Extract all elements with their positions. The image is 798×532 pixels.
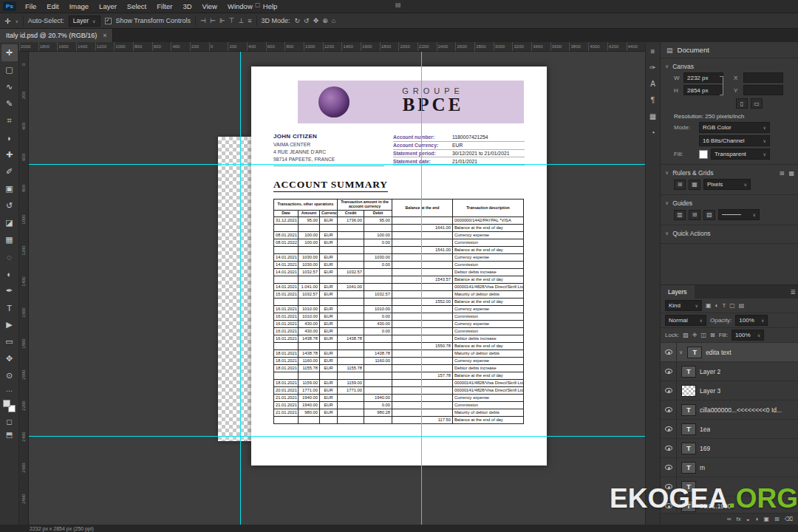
screen-mode-icon[interactable]: ⬒ — [6, 431, 13, 439]
filter-pixel-layers-icon[interactable]: ▣ — [706, 302, 712, 309]
new-layer-icon[interactable]: ⊞ — [774, 516, 780, 522]
3d-pan-icon[interactable]: ✥ — [313, 17, 319, 24]
edit-toolbar-icon[interactable]: ⋯ — [6, 387, 13, 395]
menu-filter[interactable]: Filter — [151, 0, 177, 13]
visibility-toggle[interactable] — [661, 400, 677, 419]
move-tool[interactable]: ✛ — [1, 44, 18, 61]
bit-depth-select[interactable]: 16 Bits/Channel ∨ — [699, 135, 770, 146]
pen-tool[interactable]: ✒ — [1, 282, 18, 299]
tool-preset-caret-icon[interactable]: ∨ — [15, 18, 18, 24]
portrait-orientation-button[interactable]: ▯ — [736, 98, 748, 109]
type-tool[interactable]: T — [1, 299, 18, 316]
visibility-toggle[interactable] — [661, 362, 677, 381]
align-middle-icon[interactable]: ⊥ — [238, 17, 244, 24]
gradient-tool[interactable]: ▦ — [1, 231, 18, 248]
layer-row[interactable]: Layer 3 — [661, 381, 798, 400]
link-dimensions-icon[interactable] — [720, 76, 723, 95]
filter-type-layers-icon[interactable]: T — [722, 302, 726, 309]
visibility-toggle[interactable] — [661, 458, 677, 477]
quick-mask-icon[interactable]: ◻ — [6, 417, 12, 426]
shape-tool[interactable]: ▭ — [1, 333, 18, 350]
canvas-section-header[interactable]: ∨ Canvas — [665, 63, 794, 70]
mode-select[interactable]: RGB Color ∨ — [699, 122, 770, 133]
filter-shape-layers-icon[interactable]: ▢ — [729, 302, 735, 309]
delete-layer-icon[interactable]: ⌫ — [785, 516, 793, 522]
menu-select[interactable]: Select — [122, 0, 151, 13]
layer-row[interactable]: T1ea — [661, 420, 798, 439]
foreground-color-swatch[interactable] — [3, 400, 10, 407]
align-bottom-icon[interactable]: ≡ — [248, 17, 251, 24]
guides-header[interactable]: ∨ Guides — [665, 200, 794, 207]
color-panel-icon[interactable]: ≡ — [651, 47, 655, 55]
zoom-tool[interactable]: ⊙ — [1, 367, 18, 384]
history-brush-tool[interactable]: ↺ — [1, 197, 18, 214]
character-panel-icon[interactable]: A — [650, 80, 655, 88]
eraser-tool[interactable]: ◪ — [1, 214, 18, 231]
align-top-icon[interactable]: ⊤ — [229, 17, 235, 24]
visibility-toggle[interactable] — [661, 343, 677, 361]
color-swatches[interactable] — [3, 400, 16, 412]
ruler-icon[interactable]: ⊞ — [674, 180, 686, 190]
menu-view[interactable]: View — [197, 0, 222, 13]
layer-row[interactable]: T169 — [661, 439, 798, 458]
eyedropper-tool[interactable]: ◗ — [1, 129, 18, 146]
align-center-h-icon[interactable]: ⊢ — [210, 17, 216, 24]
clone-stamp-tool[interactable]: ▣ — [1, 180, 18, 197]
dodge-tool[interactable]: ◐ — [1, 265, 18, 282]
quick-selection-tool[interactable]: ✎ — [1, 95, 18, 112]
lock-position-icon[interactable]: ✛ — [692, 332, 698, 338]
fill-swatch[interactable] — [699, 150, 708, 159]
fill-select[interactable]: Transparent ∨ — [711, 149, 770, 160]
lock-image-icon[interactable]: ◫ — [700, 332, 706, 338]
auto-select-dropdown[interactable]: Layer ∨ — [69, 16, 100, 27]
opacity-select[interactable]: 100% ∨ — [735, 315, 768, 326]
guide-line[interactable] — [29, 436, 645, 437]
lock-transparent-icon[interactable]: ▨ — [683, 332, 689, 338]
menu-image[interactable]: Image — [64, 0, 94, 13]
menu-help[interactable]: Help — [258, 0, 283, 13]
menu-edit[interactable]: Edit — [41, 0, 64, 13]
lock-all-icon[interactable]: ⊠ — [710, 332, 715, 338]
guide-line[interactable] — [240, 52, 241, 525]
workspace-icon[interactable]: ▤ — [395, 1, 401, 8]
show-transform-checkbox[interactable]: ✓ — [105, 18, 112, 24]
rulers-toggle-icon[interactable]: ⊞ — [780, 170, 785, 177]
menu-layer[interactable]: Layer — [94, 0, 122, 13]
visibility-toggle[interactable] — [661, 381, 677, 400]
lasso-tool[interactable]: ∿ — [1, 78, 18, 95]
filter-adjustment-layers-icon[interactable]: ◐ — [715, 302, 719, 309]
y-field[interactable] — [743, 85, 783, 95]
hand-tool[interactable]: ✥ — [1, 350, 18, 367]
visibility-toggle[interactable] — [661, 420, 677, 438]
width-field[interactable]: 2232 px — [683, 72, 723, 83]
layer-row[interactable]: TLayer 2 — [661, 362, 798, 381]
filter-smart-objects-icon[interactable]: ▤ — [739, 302, 745, 309]
paragraph-panel-icon[interactable]: ¶ — [651, 96, 655, 104]
3d-scale-icon[interactable]: ⌂ — [332, 17, 335, 24]
libraries-panel-icon[interactable]: ▦ — [649, 112, 656, 120]
layer-mask-icon[interactable]: ◒ — [746, 516, 750, 522]
blur-tool[interactable]: ◌ — [1, 248, 18, 265]
menu-window[interactable]: Window — [222, 0, 258, 13]
blend-mode-select[interactable]: Normal ∨ — [665, 315, 706, 326]
link-layers-icon[interactable]: ∞ — [727, 516, 732, 522]
crop-tool[interactable]: ⌗ — [1, 112, 18, 129]
3d-rotate-icon[interactable]: ↻ — [295, 17, 301, 24]
align-right-icon[interactable]: ⊩ — [219, 17, 225, 24]
guide-line[interactable] — [29, 164, 645, 165]
path-selection-tool[interactable]: ▶ — [1, 316, 18, 333]
menu-file[interactable]: File — [20, 0, 41, 13]
document-tab[interactable]: Italy id.psd @ 20.7% (RGB/16) × — [0, 29, 113, 42]
visibility-toggle[interactable] — [661, 439, 677, 457]
brushes-panel-icon[interactable]: ✑ — [649, 64, 655, 72]
grid-toggle-icon[interactable]: ▦ — [788, 170, 794, 177]
3d-slide-icon[interactable]: ⊕ — [322, 17, 328, 24]
rulers-grids-header[interactable]: ∨ Rulers & Grids ⊞ ▦ — [665, 169, 794, 177]
layer-row[interactable]: ∨Tedita text — [661, 343, 798, 362]
units-select[interactable]: Pixels ∨ — [703, 179, 751, 190]
layer-fill-select[interactable]: 100% ∨ — [732, 330, 764, 341]
marquee-tool[interactable]: ▢ — [1, 61, 18, 78]
layer-effects-icon[interactable]: fx — [737, 516, 741, 522]
adjustment-layer-icon[interactable]: ◑ — [755, 516, 759, 522]
guides-icon[interactable]: ▥ — [674, 210, 686, 220]
